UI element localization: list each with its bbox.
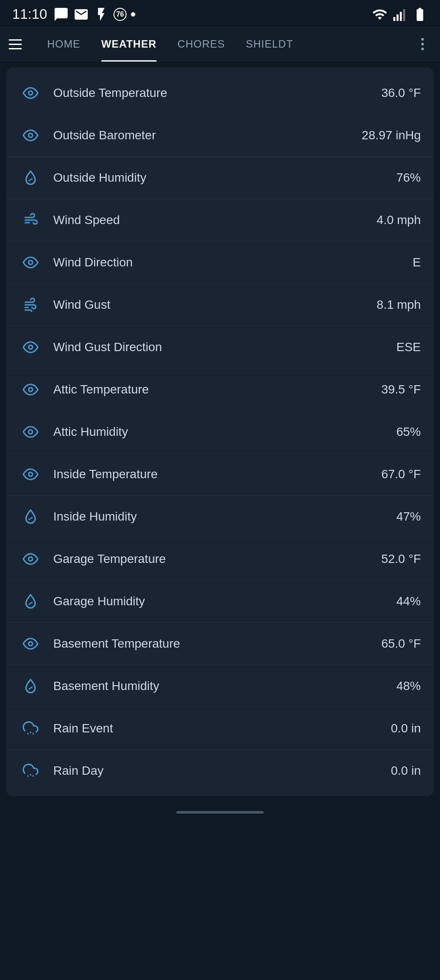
eye-icon-4: [19, 336, 42, 359]
basement-humidity-row[interactable]: Basement Humidity 48%: [6, 665, 434, 707]
eye-icon-9: [19, 632, 42, 655]
outside-humidity-row[interactable]: Outside Humidity 76%: [6, 157, 434, 199]
eye-icon-8: [19, 548, 42, 570]
inside-humidity-label: Inside Humidity: [53, 510, 396, 524]
inside-temperature-value: 67.0 °F: [381, 467, 421, 481]
inside-temperature-row[interactable]: Inside Temperature 67.0 °F: [6, 453, 434, 496]
garage-temperature-label: Garage Temperature: [53, 552, 381, 566]
svg-line-16: [29, 687, 33, 690]
eye-icon-7: [19, 463, 42, 486]
wind-speed-label: Wind Speed: [53, 213, 377, 227]
garage-humidity-row[interactable]: Garage Humidity 44%: [6, 580, 434, 623]
lightning-icon: [93, 7, 109, 22]
wind-direction-label: Wind Direction: [53, 255, 412, 269]
battery-icon: [412, 7, 428, 22]
svg-rect-0: [393, 17, 395, 21]
wind-direction-row[interactable]: Wind Direction E: [6, 242, 434, 284]
wind-icon: [19, 209, 42, 231]
outside-temperature-value: 36.0 °F: [381, 86, 421, 100]
outside-temperature-label: Outside Temperature: [53, 86, 381, 100]
attic-humidity-row[interactable]: Attic Humidity 65%: [6, 411, 434, 453]
wind-gust-direction-row[interactable]: Wind Gust Direction ESE: [6, 326, 434, 369]
svg-line-12: [29, 518, 33, 520]
wind-gust-icon: [19, 293, 42, 316]
basement-temperature-label: Basement Temperature: [53, 637, 381, 651]
tab-weather[interactable]: WEATHER: [91, 27, 167, 62]
wifi-icon: [372, 7, 388, 22]
garage-temperature-value: 52.0 °F: [381, 552, 421, 566]
svg-point-7: [29, 261, 33, 265]
humidity-icon-3: [19, 590, 42, 613]
status-time: 11:10: [12, 6, 47, 22]
signal-icon: [392, 7, 408, 22]
wind-speed-row[interactable]: Wind Speed 4.0 mph: [6, 199, 434, 242]
outside-humidity-value: 76%: [396, 171, 421, 185]
attic-humidity-label: Attic Humidity: [53, 425, 396, 439]
svg-point-11: [29, 473, 33, 476]
wind-speed-value: 4.0 mph: [377, 213, 421, 227]
rain-event-row[interactable]: Rain Event 0.0 in: [6, 707, 434, 750]
rain-day-label: Rain Day: [53, 764, 391, 778]
svg-rect-2: [400, 12, 402, 21]
nav-tabs: HOME WEATHER CHORES SHIELDT: [37, 27, 414, 62]
svg-point-13: [29, 557, 33, 561]
hamburger-menu[interactable]: [9, 33, 31, 55]
eye-icon-6: [19, 421, 42, 443]
home-indicator: [0, 802, 440, 827]
garage-humidity-value: 44%: [396, 594, 421, 608]
tab-chores[interactable]: CHORES: [167, 27, 236, 62]
message-icon: [73, 7, 89, 22]
wind-gust-row[interactable]: Wind Gust 8.1 mph: [6, 284, 434, 326]
chat-icon: [53, 7, 69, 22]
rain-icon: [19, 717, 42, 740]
humidity-icon-4: [19, 675, 42, 697]
svg-line-14: [29, 602, 33, 605]
outside-barometer-value: 28.97 inHg: [362, 128, 421, 142]
rain-event-label: Rain Event: [53, 721, 391, 735]
tab-home[interactable]: HOME: [37, 27, 91, 62]
humidity-icon-2: [19, 505, 42, 528]
rain-day-icon: [19, 759, 42, 782]
svg-line-6: [29, 179, 33, 181]
status-bar: 11:10 76: [0, 0, 440, 27]
outside-barometer-row[interactable]: Outside Barometer 28.97 inHg: [6, 114, 434, 157]
svg-point-10: [29, 430, 33, 434]
humidity-icon: [19, 166, 42, 189]
svg-point-4: [29, 91, 33, 95]
attic-humidity-value: 65%: [396, 425, 421, 439]
svg-point-9: [29, 388, 33, 392]
inside-temperature-label: Inside Temperature: [53, 467, 381, 481]
basement-temperature-value: 65.0 °F: [381, 637, 421, 651]
garage-temperature-row[interactable]: Garage Temperature 52.0 °F: [6, 538, 434, 580]
svg-point-5: [29, 134, 33, 138]
wind-gust-label: Wind Gust: [53, 298, 377, 312]
nav-bar: HOME WEATHER CHORES SHIELDT: [0, 27, 440, 62]
garage-humidity-label: Garage Humidity: [53, 594, 396, 608]
outside-barometer-label: Outside Barometer: [53, 128, 362, 142]
outside-temperature-row[interactable]: Outside Temperature 36.0 °F: [6, 72, 434, 114]
basement-temperature-row[interactable]: Basement Temperature 65.0 °F: [6, 623, 434, 665]
wind-gust-value: 8.1 mph: [377, 298, 421, 312]
attic-temperature-row[interactable]: Attic Temperature 39.5 °F: [6, 369, 434, 411]
basement-humidity-value: 48%: [396, 679, 421, 693]
rain-day-value: 0.0 in: [391, 764, 421, 778]
home-indicator-bar: [176, 811, 264, 814]
more-options-button[interactable]: [414, 35, 431, 53]
eye-icon: [19, 82, 42, 104]
eye-icon-5: [19, 378, 42, 401]
weather-list: Outside Temperature 36.0 °F Outside Baro…: [6, 68, 434, 796]
svg-rect-1: [397, 14, 399, 21]
rain-day-row[interactable]: Rain Day 0.0 in: [6, 750, 434, 792]
wind-gust-direction-label: Wind Gust Direction: [53, 340, 396, 354]
svg-point-8: [29, 345, 33, 349]
inside-humidity-value: 47%: [396, 510, 421, 524]
outside-humidity-label: Outside Humidity: [53, 171, 396, 185]
tab-shieldt[interactable]: SHIELDT: [235, 27, 303, 62]
basement-humidity-label: Basement Humidity: [53, 679, 396, 693]
attic-temperature-label: Attic Temperature: [53, 383, 381, 397]
badge-76: 76: [113, 8, 127, 21]
wind-gust-direction-value: ESE: [396, 340, 421, 354]
notification-dot: [131, 12, 135, 17]
wind-direction-value: E: [412, 255, 421, 269]
inside-humidity-row[interactable]: Inside Humidity 47%: [6, 496, 434, 538]
